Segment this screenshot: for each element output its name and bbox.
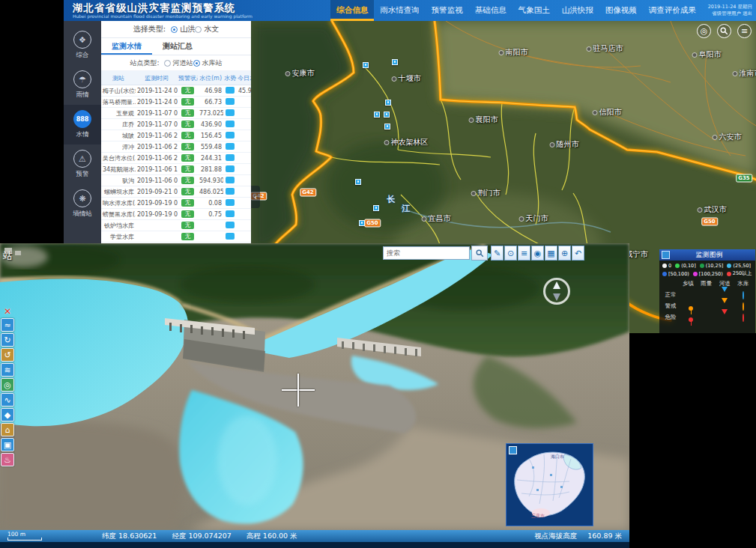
overview-icon: ❖ bbox=[73, 31, 91, 49]
city-name: 天门市 bbox=[526, 213, 548, 224]
undo-icon[interactable]: ↶ bbox=[572, 246, 584, 261]
flood-icon[interactable]: ≈ bbox=[1, 318, 14, 332]
tab-0[interactable]: 监测水情 bbox=[101, 38, 152, 55]
alert-icon: ⚠ bbox=[73, 150, 91, 168]
station-marker[interactable] bbox=[374, 112, 380, 118]
type-radio-1[interactable]: 水文 bbox=[195, 24, 219, 34]
rain-scale-label: (25,50] bbox=[733, 263, 751, 269]
menu-item-7[interactable]: 调查评价成果 bbox=[643, 0, 702, 21]
search-icon[interactable] bbox=[471, 246, 488, 261]
station-radio-0[interactable]: 河道站 bbox=[164, 58, 193, 68]
city-marker-icon bbox=[422, 216, 427, 222]
cell-monitor-time bbox=[136, 220, 178, 231]
table-row[interactable]: 学堂水库无 bbox=[101, 231, 251, 243]
city-label: 南阳市 bbox=[499, 47, 528, 58]
station-marker[interactable] bbox=[384, 124, 390, 130]
sidebar-item-label: 综合 bbox=[76, 51, 89, 60]
sidebar-item-water[interactable]: 888水情 bbox=[64, 105, 101, 144]
menu-item-4[interactable]: 气象国土 bbox=[512, 0, 556, 21]
header-user[interactable]: 省级管理用户 退出 bbox=[708, 10, 752, 17]
trend-badge bbox=[226, 87, 235, 94]
menu-item-1[interactable]: 雨水情查询 bbox=[374, 0, 426, 21]
legend-column-header: 水库 bbox=[737, 280, 749, 287]
layers-icon[interactable]: ≡ bbox=[737, 24, 752, 38]
table-row[interactable]: 响水潭水库(...2019-09-19 08无0.08 bbox=[101, 198, 251, 209]
rain-scale-dot bbox=[693, 272, 698, 276]
sidebar-item-overview[interactable]: ❖综合 bbox=[64, 25, 101, 65]
close-icon[interactable]: ✕ bbox=[4, 306, 11, 317]
cell-trend bbox=[223, 130, 237, 141]
camera-icon[interactable]: ⊙ bbox=[504, 246, 517, 261]
sidebar-item-soil[interactable]: ❋墒情站 bbox=[64, 184, 101, 224]
tab-1[interactable]: 测站汇总 bbox=[152, 38, 203, 55]
compass-control[interactable] bbox=[543, 278, 570, 305]
profile-icon[interactable]: ♨ bbox=[1, 453, 14, 466]
station-marker[interactable] bbox=[392, 59, 398, 65]
table-row[interactable]: 庄乔2019-11-07 03无436.90 bbox=[101, 119, 251, 130]
table-row[interactable]: 潭冲2019-11-06 21无559.48 bbox=[101, 141, 251, 153]
station-marker[interactable] bbox=[384, 112, 390, 118]
station-marker[interactable] bbox=[373, 205, 379, 211]
table-row[interactable]: 34苑鹅湖水...2019-11-06 17无281.88 bbox=[101, 164, 251, 175]
city-name: 荆门市 bbox=[478, 188, 501, 198]
locate-icon[interactable]: ◎ bbox=[697, 24, 711, 38]
eye-icon[interactable]: ◉ bbox=[531, 246, 544, 261]
table-row[interactable]: 吴台湾水位(...2019-11-06 20无244.31 bbox=[101, 153, 251, 164]
table-row[interactable]: 城陂2019-11-06 22无156.45 bbox=[101, 130, 251, 141]
list-icon[interactable]: ≡ bbox=[518, 246, 530, 261]
menu-item-0[interactable]: 综合信息 bbox=[330, 0, 374, 21]
road-badge: G42 bbox=[300, 189, 316, 197]
search-icon[interactable] bbox=[717, 24, 731, 38]
station-marker[interactable] bbox=[363, 62, 369, 68]
trend-badge bbox=[226, 121, 235, 127]
menu-item-5[interactable]: 山洪快报 bbox=[556, 0, 599, 21]
table-row[interactable]: 螃蟹黑水库(...2019-09-19 06无0.75 bbox=[101, 209, 251, 220]
station-radio-1[interactable]: 水库站 bbox=[193, 58, 223, 68]
menu-item-6[interactable]: 图像视频 bbox=[599, 0, 643, 21]
menu-item-2[interactable]: 预警监视 bbox=[426, 0, 469, 21]
sidebar-item-alert[interactable]: ⚠预警 bbox=[64, 144, 101, 184]
river-triangle-icon bbox=[722, 309, 728, 321]
overview-inset-map[interactable]: 海口市三亚市 bbox=[506, 443, 593, 526]
viewer-search bbox=[383, 246, 488, 261]
panel-collapse-button[interactable]: ‹ bbox=[251, 186, 260, 208]
table-row[interactable]: 螺蛳坝水库2019-09-21 05无486.025 bbox=[101, 186, 251, 198]
rotate-icon[interactable]: ↻ bbox=[1, 333, 14, 347]
search-input[interactable] bbox=[383, 246, 470, 260]
draw-icon[interactable]: ✎ bbox=[491, 246, 504, 261]
splash-icon[interactable]: ∿ bbox=[1, 393, 14, 407]
menu-item-3[interactable]: 基础信息 bbox=[469, 0, 512, 21]
inset-island-graphic bbox=[506, 444, 593, 526]
swirl-icon[interactable]: ↺ bbox=[1, 348, 14, 362]
table-row[interactable]: 落马桥雨量...2019-11-24 07无66.73 bbox=[101, 97, 251, 108]
snapshot-icon[interactable]: ▦ bbox=[545, 246, 557, 261]
table-row[interactable]: 梅子山(水位站...2019-11-24 09无46.9845.99 bbox=[101, 85, 251, 97]
inset-toggle-icon[interactable] bbox=[509, 446, 517, 454]
cell-trend bbox=[223, 231, 237, 243]
cell-today-level bbox=[237, 231, 251, 243]
road-badge: G35 bbox=[736, 174, 752, 183]
waves-icon[interactable]: ≋ bbox=[1, 363, 14, 377]
station-marker[interactable] bbox=[355, 179, 361, 185]
status-badge: 无 bbox=[181, 233, 195, 240]
city-name: 南阳市 bbox=[506, 47, 528, 58]
table-row[interactable]: 驮沟2019-11-06 05无594.930 bbox=[101, 175, 251, 186]
cell-monitor-time: 2019-11-07 08 bbox=[136, 108, 178, 119]
globe-icon[interactable]: ⊕ bbox=[558, 246, 571, 261]
terrain-icon[interactable]: ⌂ bbox=[1, 423, 14, 436]
flag-icon[interactable]: ◆ bbox=[1, 408, 14, 421]
station-marker[interactable] bbox=[385, 100, 391, 106]
soil-icon: ❋ bbox=[73, 189, 91, 207]
frame-icon[interactable]: ▣ bbox=[1, 438, 14, 451]
table-row[interactable]: 玉皇观2019-11-07 08无773.025 bbox=[101, 108, 251, 119]
cell-water-level: 559.48 bbox=[198, 141, 223, 153]
cell-today-level bbox=[237, 209, 251, 220]
buffer-icon[interactable]: ◎ bbox=[1, 378, 14, 392]
table-header-row: 测站监测时间预警状态水位(m)水势今日水位 bbox=[101, 71, 251, 85]
table-row[interactable]: 铁炉垱水库无 bbox=[101, 220, 251, 231]
sidebar-item-rain[interactable]: ☂雨情 bbox=[64, 65, 101, 105]
cell-today-level: 45.99 bbox=[237, 85, 251, 97]
type-radio-0[interactable]: 山洪 bbox=[171, 24, 195, 34]
cell-trend bbox=[223, 141, 237, 153]
viewer-3d-window[interactable]: 站 ✎⊙≡◉▦⊕↶ ✕≈↻↺≋◎∿◆⌂▣♨ 海口市三亚市 100 m 纬度 18… bbox=[0, 243, 629, 548]
